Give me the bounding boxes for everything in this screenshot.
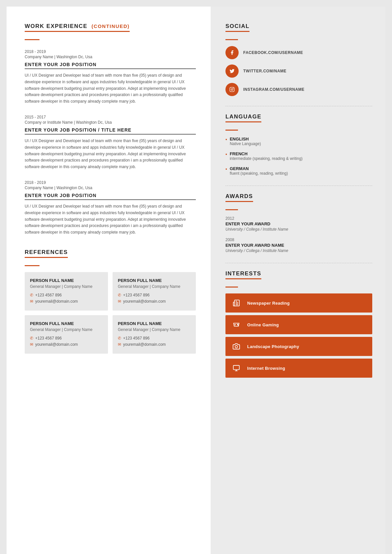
social-twitter: TWITTER.COM/NAME <box>225 64 372 78</box>
work-desc-3: UI / UX Designer and Developer lead of t… <box>25 203 196 236</box>
bullet-2: • <box>225 152 227 157</box>
ref-role-1: General Manager | Company Name <box>30 284 103 289</box>
work-entry-2: 2015 - 2017 Company or Institute Name | … <box>25 115 196 170</box>
work-company-3: Company Name | Washington Dc, Usa <box>25 186 196 190</box>
social-title: SOCIAL <box>225 23 249 32</box>
ref-role-4: General Manager | Company Name <box>118 327 191 332</box>
resume-page: WORK EXPERIENCE (CONTINUED) 2018 - 2019 … <box>7 7 385 554</box>
work-company-2: Company or Institute Name | Washington D… <box>25 120 196 125</box>
phone-icon-3: ✆ <box>30 336 33 340</box>
interests-title: INTERESTS <box>225 270 261 279</box>
bullet-1: • <box>225 137 227 142</box>
interest-label-browsing: Internet Browsing <box>247 366 285 371</box>
lang-name-2: FRENCH <box>230 151 302 156</box>
references-section: REFERENCES PERSON FULL NAME General Mana… <box>25 249 196 354</box>
interest-browsing: Internet Browsing <box>225 359 372 378</box>
award-inst-1: University / Collega / Institute Name <box>225 227 372 232</box>
interest-label-newspaper: Newspaper Reading <box>247 301 290 306</box>
work-dates-2: 2015 - 2017 <box>25 115 196 119</box>
right-column: SOCIAL FACEBOOK.COM/USERNAME TWITTER.COM… <box>211 7 385 554</box>
ref-role-2: General Manager | Company Name <box>118 284 191 289</box>
lang-desc-3: fluent (speaking, reading, writing) <box>230 171 288 176</box>
photography-icon <box>230 340 243 353</box>
ref-card-4: PERSON FULL NAME General Manager | Compa… <box>113 315 196 354</box>
work-title-3: ENTER YOUR JOB POSITION <box>25 193 196 200</box>
instagram-text: INSTAGRAM.COM/USERNAME <box>243 87 304 92</box>
ref-phone-2: ✆ +123 4567 896 <box>118 293 191 297</box>
awards-title: AWARDS <box>225 193 253 202</box>
ref-name-2: PERSON FULL NAME <box>118 278 191 283</box>
lang-desc-2: intermediate (speaking, reading & writin… <box>230 156 302 161</box>
work-experience-section: WORK EXPERIENCE (CONTINUED) 2018 - 2019 … <box>25 23 196 236</box>
social-instagram: INSTAGRAM.COM/USERNAME <box>225 83 372 96</box>
ref-name-1: PERSON FULL NAME <box>30 278 103 283</box>
language-section: LANGUAGE • ENGLISH Native Language) • FR… <box>225 113 372 176</box>
ref-email-1: ✉ youremail@domain.com <box>30 299 103 304</box>
work-desc-2: UI / UX Designer and Developer lead of t… <box>25 138 196 170</box>
divider-2 <box>225 186 372 186</box>
lang-desc-1: Native Language) <box>230 141 261 146</box>
award-2: 2008 ENTER YOUR AWARD NAME University / … <box>225 238 372 253</box>
ref-name-4: PERSON FULL NAME <box>118 321 191 326</box>
work-dates-1: 2018 - 2019 <box>25 49 196 54</box>
email-icon-3: ✉ <box>30 342 33 347</box>
award-year-2: 2008 <box>225 238 372 242</box>
work-company-1: Company Name | Washington Dc, Usa <box>25 55 196 59</box>
work-entry-3: 2018 - 2019 Company Name | Washington Dc… <box>25 180 196 236</box>
svg-point-7 <box>235 345 237 348</box>
work-desc-1: UI / UX Designer and Developer lead of t… <box>25 72 196 105</box>
award-1: 2012 ENTER YOUR AWARD University / Colle… <box>225 216 372 232</box>
ref-phone-4: ✆ +123 4567 896 <box>118 336 191 340</box>
instagram-icon <box>225 83 239 96</box>
award-year-1: 2012 <box>225 216 372 221</box>
email-icon-2: ✉ <box>118 299 121 304</box>
interest-gaming: Online Gaming <box>225 315 372 334</box>
bullet-3: • <box>225 166 227 172</box>
interest-label-photography: Landscape Photography <box>247 344 299 349</box>
work-title-2: ENTER YOUR JOB POSITION / TITLE HERE <box>25 127 196 135</box>
left-column: WORK EXPERIENCE (CONTINUED) 2018 - 2019 … <box>7 7 211 554</box>
ref-phone-3: ✆ +123 4567 896 <box>30 336 103 340</box>
interest-newspaper: Newspaper Reading <box>225 293 372 313</box>
svg-point-1 <box>231 88 233 90</box>
work-experience-title: WORK EXPERIENCE (CONTINUED) <box>25 23 130 32</box>
phone-icon-2: ✆ <box>118 293 121 297</box>
lang-name-3: GERMAN <box>230 166 288 171</box>
svg-rect-0 <box>230 87 234 91</box>
twitter-text: TWITTER.COM/NAME <box>243 69 286 73</box>
references-title: REFERENCES <box>25 249 68 258</box>
ref-email-2: ✉ youremail@domain.com <box>118 299 191 304</box>
svg-rect-8 <box>233 365 239 370</box>
ref-email-4: ✉ youremail@domain.com <box>118 342 191 347</box>
lang-name-1: ENGLISH <box>230 137 261 141</box>
divider-3 <box>225 263 372 263</box>
facebook-icon <box>225 46 239 59</box>
ref-card-3: PERSON FULL NAME General Manager | Compa… <box>25 315 108 354</box>
email-icon-1: ✉ <box>30 299 33 304</box>
twitter-icon <box>225 64 239 78</box>
interests-section: INTERESTS Newspaper Reading <box>225 270 372 378</box>
work-dates-3: 2018 - 2019 <box>25 180 196 185</box>
divider-1 <box>225 106 372 106</box>
svg-point-2 <box>233 88 234 88</box>
lang-english: • ENGLISH Native Language) <box>225 137 372 146</box>
ref-role-3: General Manager | Company Name <box>30 327 103 332</box>
social-facebook: FACEBOOK.COM/USERNAME <box>225 46 372 59</box>
work-entry-1: 2018 - 2019 Company Name | Washington Dc… <box>25 49 196 105</box>
ref-phone-1: ✆ +123 4567 896 <box>30 293 103 297</box>
social-section: SOCIAL FACEBOOK.COM/USERNAME TWITTER.COM… <box>225 23 372 96</box>
award-name-2: ENTER YOUR AWARD NAME <box>225 243 372 248</box>
ref-email-3: ✉ youremail@domain.com <box>30 342 103 347</box>
ref-card-2: PERSON FULL NAME General Manager | Compa… <box>113 272 196 311</box>
browsing-icon <box>230 362 243 374</box>
email-icon-4: ✉ <box>118 342 121 347</box>
phone-icon-4: ✆ <box>118 336 121 340</box>
award-name-1: ENTER YOUR AWARD <box>225 221 372 226</box>
gaming-icon <box>230 318 243 331</box>
lang-german: • GERMAN fluent (speaking, reading, writ… <box>225 166 372 176</box>
award-inst-2: University / Collega / Institute Name <box>225 248 372 253</box>
interest-photography: Landscape Photography <box>225 337 372 356</box>
awards-section: AWARDS 2012 ENTER YOUR AWARD University … <box>225 193 372 253</box>
interest-label-gaming: Online Gaming <box>247 322 279 327</box>
newspaper-icon <box>230 297 243 309</box>
